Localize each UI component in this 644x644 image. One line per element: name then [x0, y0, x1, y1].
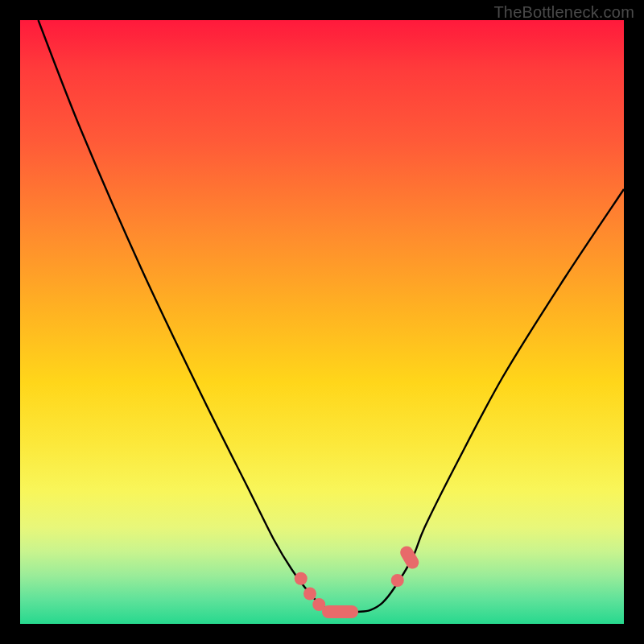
bottleneck-curve	[39, 20, 625, 613]
curve-marker	[303, 588, 316, 601]
curve-marker-pill	[398, 544, 421, 572]
curve-marker	[295, 572, 308, 585]
curve-marker	[391, 574, 404, 587]
plot-area	[20, 20, 624, 624]
attribution-label: TheBottleneck.com	[493, 3, 634, 22]
marker-layer	[295, 544, 421, 618]
chart-frame: TheBottleneck.com	[0, 0, 644, 644]
curve-layer	[20, 20, 624, 624]
curve-marker-pill	[322, 605, 358, 618]
